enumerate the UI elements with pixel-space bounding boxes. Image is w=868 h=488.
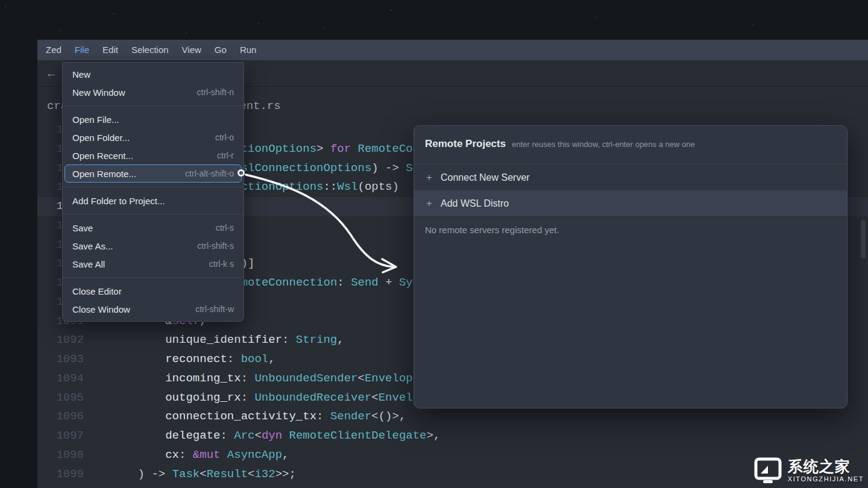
code-line[interactable]: 1099 ) -> Task<Result<i32>>; — [37, 465, 868, 484]
code-token: : — [227, 352, 241, 366]
code-text: ) -> Task<Result<i32>>; — [110, 465, 296, 484]
menubar-item-view[interactable]: View — [175, 40, 208, 60]
code-token: < — [357, 372, 364, 385]
code-token: UnboundedReceiver — [254, 391, 371, 404]
remote-action-label: Connect New Server — [441, 172, 530, 183]
code-line[interactable]: 1096 connection_activity_tx: Sender<()>, — [37, 407, 868, 427]
code-token: reconnect — [110, 352, 227, 366]
menu-item-label: Save All — [72, 259, 105, 269]
remote-action-add-wsl-distro[interactable]: +Add WSL Distro — [414, 190, 847, 217]
code-token: (opts) — [358, 180, 399, 193]
menu-separator — [63, 105, 244, 106]
back-arrow-icon: ← — [46, 67, 57, 80]
wallpaper-stars — [5, 6, 6, 7]
code-text: unique_identifier: String, — [110, 331, 344, 350]
menu-item-open-remote[interactable]: Open Remote...ctrl-alt-shift-o — [64, 164, 242, 183]
menu-item-close-editor[interactable]: Close Editor — [63, 282, 244, 300]
menu-item-label: Open Remote... — [72, 169, 136, 179]
code-token: outgoing_rx — [110, 391, 241, 404]
code-token: RemoteClientDelegate — [289, 429, 426, 442]
scrollbar-thumb[interactable] — [861, 220, 866, 258]
watermark-title: 系统之家 — [788, 458, 851, 474]
code-text: cx: &mut AsyncApp, — [110, 446, 289, 465]
code-token: , — [268, 352, 275, 366]
menu-item-open-recent[interactable]: Open Recent...ctrl-r — [63, 146, 244, 164]
menubar-item-zed[interactable]: Zed — [39, 40, 68, 60]
plus-icon: + — [425, 172, 433, 184]
menubar-item-selection[interactable]: Selection — [125, 40, 175, 60]
code-token: unique_identifier — [110, 333, 282, 346]
remote-panel-title: Remote Projects — [425, 138, 506, 150]
remote-panel-empty-text: No remote servers registered yet. — [425, 225, 836, 235]
code-token: : — [282, 333, 296, 346]
line-number: 1094 — [37, 369, 84, 389]
file-menu: NewNew Windowctrl-shift-nOpen File...Ope… — [62, 62, 244, 322]
code-token: delegate — [110, 429, 220, 442]
menu-item-shortcut: ctrl-alt-shift-o — [185, 169, 234, 178]
code-text: incoming_tx: UnboundedSender<Envelope>, — [110, 369, 433, 389]
menu-item-shortcut: ctrl-r — [217, 151, 234, 160]
code-token: :: — [323, 180, 337, 193]
menu-item-open-file[interactable]: Open File... — [63, 110, 244, 128]
menu-bar: ZedFileEditSelectionViewGoRun — [37, 40, 868, 60]
line-number: 1099 — [37, 465, 84, 484]
code-token: Task — [172, 468, 200, 481]
code-token: ) -> — [371, 161, 406, 175]
code-token: : — [337, 276, 351, 289]
code-token: for — [330, 142, 358, 155]
code-line[interactable]: 1097 delegate: Arc<dyn RemoteClientDeleg… — [37, 427, 868, 446]
line-number: 1095 — [37, 389, 84, 408]
menu-item-label: Open Folder... — [72, 133, 130, 143]
menu-item-add-folder-to-project[interactable]: Add Folder to Project... — [63, 192, 244, 210]
code-token: < — [254, 429, 261, 442]
code-token: i32 — [254, 468, 275, 481]
code-token: < — [371, 391, 378, 404]
menu-item-save-as[interactable]: Save As...ctrl-shift-s — [63, 237, 244, 255]
line-number: 1097 — [37, 427, 84, 446]
code-token: + — [379, 276, 399, 289]
menu-item-new-window[interactable]: New Windowctrl-shift-n — [63, 83, 244, 101]
code-token: String — [296, 333, 337, 346]
menu-item-open-folder[interactable]: Open Folder...ctrl-o — [63, 128, 244, 146]
code-token: < — [200, 468, 206, 481]
watermark-subtitle: XITONGZHIJIA.NET — [788, 475, 864, 483]
code-text: delegate: Arc<dyn RemoteClientDelegate>, — [110, 427, 440, 446]
code-token: : — [220, 429, 234, 442]
code-token: dyn — [262, 429, 289, 442]
code-token: Result — [207, 468, 248, 481]
menu-item-save[interactable]: Savectrl-s — [63, 219, 244, 237]
menu-item-save-all[interactable]: Save Allctrl-k s — [63, 255, 244, 273]
menubar-item-go[interactable]: Go — [208, 40, 233, 60]
menu-item-label: New — [72, 69, 90, 80]
code-token: >, — [427, 429, 441, 442]
menu-item-close-window[interactable]: Close Windowctrl-shift-w — [63, 300, 244, 318]
code-token: AsyncApp — [227, 448, 282, 461]
code-token: , — [282, 448, 289, 461]
watermark: 系统之家 XITONGZHIJIA.NET — [753, 457, 864, 484]
menu-item-label: Save — [72, 223, 93, 233]
code-text: reconnect: bool, — [110, 350, 275, 369]
menu-item-shortcut: ctrl-shift-w — [195, 304, 234, 314]
code-token: : — [241, 391, 255, 404]
code-token: < — [248, 468, 254, 481]
menubar-item-run[interactable]: Run — [233, 40, 263, 60]
back-navigation-button[interactable]: ← — [42, 66, 60, 81]
code-line[interactable]: 1098 cx: &mut AsyncApp, — [37, 446, 868, 465]
menubar-item-edit[interactable]: Edit — [96, 40, 125, 60]
code-token: UnboundedSender — [254, 372, 357, 385]
code-token: Envelope — [365, 372, 420, 385]
code-token: cx — [110, 448, 179, 461]
menu-item-label: New Window — [72, 87, 125, 98]
code-token: <()>, — [371, 410, 406, 423]
menu-item-label: Add Folder to Project... — [72, 196, 165, 206]
code-token: Arc — [234, 429, 254, 442]
code-token: : — [179, 448, 193, 461]
menu-item-label: Close Window — [72, 304, 130, 314]
menubar-item-file[interactable]: File — [68, 40, 96, 60]
remote-action-connect-new-server[interactable]: +Connect New Server — [414, 164, 847, 190]
line-number: 1096 — [37, 407, 84, 427]
code-text: outgoing_rx: UnboundedReceiver<Envelope>… — [110, 389, 447, 408]
menu-item-new[interactable]: New — [63, 65, 244, 83]
menu-separator — [63, 277, 244, 278]
remote-panel-header: Remote Projects enter reuses this window… — [414, 126, 847, 164]
